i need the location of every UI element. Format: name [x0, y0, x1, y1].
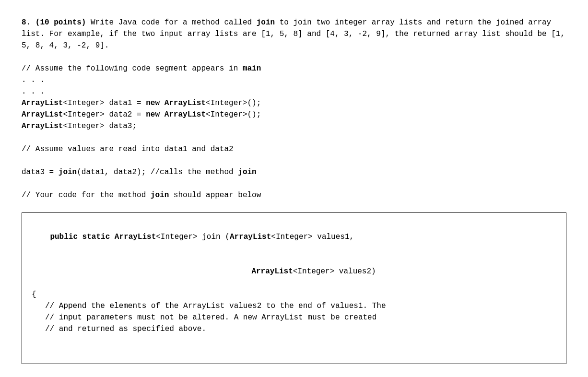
method-signature-box: public static ArrayList<Integer> join (A… [22, 212, 566, 364]
method-comment-2: // input parameters must not be altered.… [32, 312, 556, 323]
main-code-segment: // Assume the following code segment app… [22, 63, 566, 132]
open-brace: { [32, 289, 556, 300]
method-comment-3: // and returned as specified above. [32, 323, 556, 335]
join-call-line: data3 = join(data1, data2); //calls the … [22, 166, 566, 178]
question-body-part1: Write Java code for a method called [91, 18, 257, 27]
points-label: (10 points) [35, 18, 86, 27]
question-text: 8. (10 points) Write Java code for a met… [22, 17, 566, 51]
declaration-data2: ArrayList<Integer> data2 = new ArrayList… [22, 109, 566, 120]
ellipsis-line-2: . . . [22, 86, 566, 97]
declaration-data1: ArrayList<Integer> data1 = new ArrayList… [22, 97, 566, 109]
method-name-ref: join [257, 18, 275, 27]
method-signature-line2: ArrayList<Integer> values2) [32, 254, 556, 289]
method-comment-1: // Append the elements of the ArrayList … [32, 300, 556, 312]
comment-values-read: // Assume values are read into data1 and… [22, 143, 566, 155]
comment-appears-in-main: // Assume the following code segment app… [22, 63, 566, 74]
declaration-data3: ArrayList<Integer> data3; [22, 120, 566, 132]
ellipsis-line-1: . . . [22, 74, 566, 86]
question-number: 8. [22, 18, 31, 27]
comment-your-code: // Your code for the method join should … [22, 189, 566, 201]
method-signature-line1: public static ArrayList<Integer> join (A… [32, 220, 556, 254]
